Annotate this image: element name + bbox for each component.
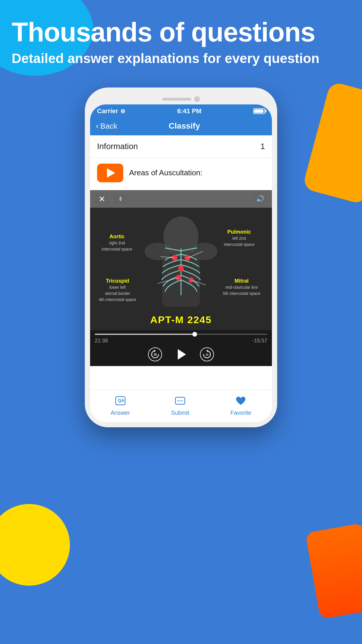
svg-point-21 bbox=[178, 400, 179, 401]
battery-fill bbox=[254, 109, 263, 113]
phone-speaker bbox=[162, 98, 191, 101]
promo-header: Thousands of questions Detailed answer e… bbox=[0, 12, 362, 73]
info-number: 1 bbox=[260, 142, 265, 151]
video-controls-top: ✕ ⇕ 🔊 bbox=[90, 190, 272, 208]
favorite-tab-label: Favorite bbox=[230, 410, 251, 416]
submit-icon bbox=[174, 394, 187, 407]
battery-icon bbox=[253, 108, 265, 114]
pulmonic-label: Pulmonic left 2ndintercostal space bbox=[224, 229, 254, 248]
phone-camera bbox=[194, 96, 200, 102]
svg-text:15: 15 bbox=[205, 353, 208, 356]
play-pause-button[interactable] bbox=[176, 349, 186, 360]
forward-15-button[interactable]: 15 bbox=[200, 347, 214, 361]
resize-icon: ⇕ bbox=[118, 196, 123, 202]
answer-tab-label: Answer bbox=[110, 410, 130, 416]
promo-title: Thousands of questions bbox=[12, 18, 350, 47]
remaining-time: -15:57 bbox=[252, 338, 267, 344]
volume-icon: 🔊 bbox=[256, 195, 265, 203]
areas-label: Areas of Auscultation: bbox=[129, 164, 202, 177]
mitral-label: Mitral mid-clavicular line5th intercosta… bbox=[223, 278, 260, 297]
current-time: 21:38 bbox=[95, 338, 108, 344]
phone-screen: Carrier ⊜ 6:41 PM ‹ Back Classify Inform… bbox=[90, 104, 272, 422]
tricuspid-label: Tricuspid lower leftsternal border4th in… bbox=[99, 278, 136, 303]
tab-submit[interactable]: Submit bbox=[171, 394, 189, 416]
answer-icon: QA bbox=[114, 394, 127, 407]
phone-frame: Carrier ⊜ 6:41 PM ‹ Back Classify Inform… bbox=[85, 88, 277, 427]
info-label: Information bbox=[97, 142, 138, 151]
replay-icon: 15 bbox=[150, 349, 160, 360]
submit-icon-svg bbox=[174, 394, 187, 407]
apt-label: APT-M 2245 bbox=[150, 314, 212, 326]
promo-subtitle: Detailed answer explanations for every q… bbox=[12, 50, 350, 67]
back-label: Back bbox=[100, 122, 117, 131]
video-preview: Areas of Auscultation: bbox=[90, 158, 272, 190]
svg-text:15: 15 bbox=[154, 353, 157, 356]
time-row: 21:38 -15:57 bbox=[95, 338, 267, 344]
svg-point-9 bbox=[178, 265, 184, 271]
back-button[interactable]: ‹ Back bbox=[96, 121, 117, 131]
playback-controls: 15 15 bbox=[95, 347, 267, 361]
status-bar: Carrier ⊜ 6:41 PM bbox=[90, 104, 272, 117]
answer-icon-svg: QA bbox=[114, 394, 127, 407]
video-controls-left: ✕ ⇕ bbox=[95, 194, 127, 204]
youtube-play-button[interactable] bbox=[97, 164, 123, 182]
close-icon: ✕ bbox=[99, 194, 105, 204]
close-video-button[interactable]: ✕ bbox=[95, 194, 109, 204]
resize-button[interactable]: ⇕ bbox=[113, 194, 127, 204]
nav-bar: ‹ Back Classify bbox=[90, 117, 272, 135]
favorite-icon-svg bbox=[234, 394, 247, 407]
chevron-left-icon: ‹ bbox=[96, 121, 99, 131]
progress-bar[interactable] bbox=[95, 334, 267, 335]
play-triangle-icon bbox=[107, 168, 115, 178]
wifi-icon: ⊜ bbox=[120, 108, 125, 115]
info-row: Information 1 bbox=[90, 135, 272, 158]
svg-point-23 bbox=[182, 400, 183, 401]
phone-notch-area bbox=[90, 93, 272, 104]
phone-container: Carrier ⊜ 6:41 PM ‹ Back Classify Inform… bbox=[85, 88, 277, 427]
carrier-label: Carrier bbox=[97, 107, 118, 115]
progress-fill bbox=[95, 334, 195, 335]
svg-point-22 bbox=[180, 400, 181, 401]
tab-favorite[interactable]: Favorite bbox=[230, 394, 251, 416]
content-below-video bbox=[90, 366, 272, 389]
video-thumb-area: Areas of Auscultation: bbox=[97, 164, 265, 182]
volume-button[interactable]: 🔊 bbox=[253, 194, 267, 204]
bg-shape-bottom-right bbox=[305, 523, 362, 619]
progress-thumb bbox=[192, 332, 197, 337]
bg-shape-right bbox=[302, 81, 362, 205]
aortic-label: Aortic right 2ndintercostal space bbox=[102, 233, 132, 252]
status-time: 6:41 PM bbox=[177, 107, 201, 115]
status-carrier: Carrier ⊜ bbox=[97, 107, 125, 115]
replay-15-button[interactable]: 15 bbox=[148, 347, 162, 361]
video-controls-bottom: 21:38 -15:57 15 bbox=[90, 330, 272, 366]
bg-shape-bottom-left bbox=[0, 504, 70, 586]
forward-icon: 15 bbox=[202, 349, 212, 360]
nav-title: Classify bbox=[120, 121, 266, 131]
anatomy-area: Aortic right 2ndintercostal space Pulmon… bbox=[90, 208, 272, 330]
svg-text:QA: QA bbox=[118, 398, 124, 403]
skeleton-svg bbox=[131, 214, 231, 324]
play-icon bbox=[178, 349, 186, 360]
submit-tab-label: Submit bbox=[171, 410, 189, 416]
favorite-icon bbox=[234, 394, 247, 407]
tab-answer[interactable]: QA Answer bbox=[110, 394, 130, 416]
tab-bar: QA Answer Submit bbox=[90, 389, 272, 422]
